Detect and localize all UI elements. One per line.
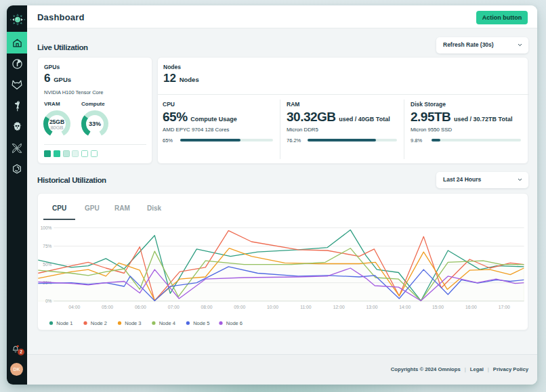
svg-text:04:00: 04:00 xyxy=(68,305,80,309)
svg-text:14:00: 14:00 xyxy=(399,305,411,309)
svg-text:15:00: 15:00 xyxy=(432,305,444,309)
svg-text:17:00: 17:00 xyxy=(499,305,510,309)
svg-text:05:00: 05:00 xyxy=(102,305,113,309)
svg-text:Node 3: Node 3 xyxy=(125,320,141,326)
svg-text:Node 5: Node 5 xyxy=(193,320,209,326)
svg-text:12:00: 12:00 xyxy=(333,305,345,309)
svg-text:Node 6: Node 6 xyxy=(226,320,243,326)
svg-text:Node 4: Node 4 xyxy=(159,320,175,326)
svg-text:08:00: 08:00 xyxy=(201,305,212,309)
svg-text:Node 1: Node 1 xyxy=(56,320,72,326)
svg-text:25GB: 25GB xyxy=(49,118,64,125)
svg-text:10:00: 10:00 xyxy=(267,305,278,309)
svg-text:80GB: 80GB xyxy=(50,125,63,131)
svg-text:75%: 75% xyxy=(43,244,51,248)
svg-text:07:00: 07:00 xyxy=(168,305,180,309)
svg-text:06:00: 06:00 xyxy=(135,305,146,309)
svg-text:11:00: 11:00 xyxy=(300,305,312,309)
svg-text:16:00: 16:00 xyxy=(465,305,477,309)
svg-text:100%: 100% xyxy=(41,225,52,230)
svg-text:13:00: 13:00 xyxy=(366,305,377,309)
svg-text:Node 2: Node 2 xyxy=(91,320,107,326)
svg-text:09:00: 09:00 xyxy=(234,305,245,309)
svg-text:33%: 33% xyxy=(89,121,101,127)
